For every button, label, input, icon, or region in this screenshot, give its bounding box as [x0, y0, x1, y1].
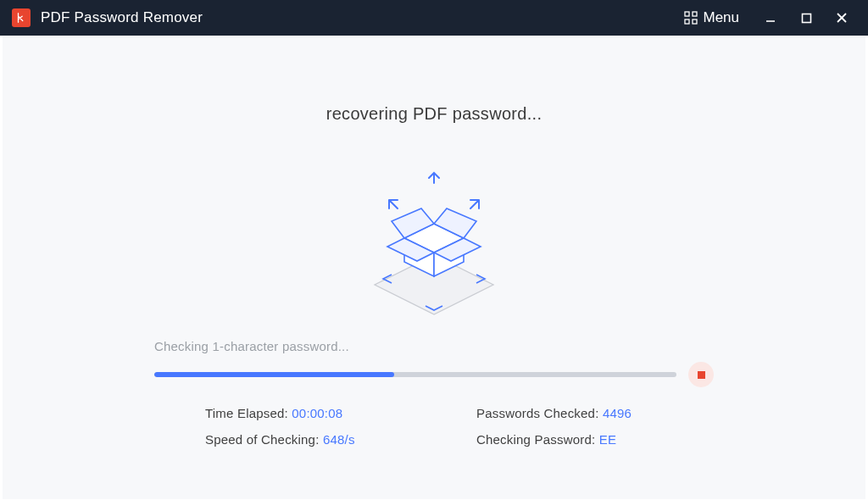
- page-title: recovering PDF password...: [326, 104, 542, 124]
- svg-rect-2: [685, 19, 689, 24]
- window-controls: [753, 0, 860, 36]
- minimize-button[interactable]: [753, 0, 788, 36]
- passwords-checked-value: 4496: [603, 406, 632, 420]
- speed-value: 648/s: [323, 432, 355, 447]
- close-icon: [836, 12, 848, 24]
- time-elapsed-label: Time Elapsed:: [205, 406, 292, 420]
- svg-rect-1: [693, 12, 697, 16]
- passwords-checked-label: Passwords Checked:: [476, 406, 603, 420]
- svg-rect-0: [685, 12, 689, 16]
- speed-label: Speed of Checking:: [205, 432, 323, 447]
- app-icon: [12, 8, 31, 27]
- svg-rect-5: [802, 14, 810, 22]
- menu-label: Menu: [703, 9, 739, 26]
- status-text: Checking 1-character password...: [154, 339, 714, 353]
- checking-password-label: Checking Password:: [476, 432, 599, 447]
- titlebar: PDF Password Remover Menu: [0, 0, 868, 36]
- passwords-checked-stat: Passwords Checked: 4496: [476, 406, 632, 420]
- time-elapsed-stat: Time Elapsed: 00:00:08: [205, 406, 476, 420]
- menu-grid-icon: [684, 11, 698, 25]
- progress-fill: [154, 372, 394, 377]
- time-elapsed-value: 00:00:08: [292, 406, 342, 420]
- content-area: recovering PDF password...: [2, 36, 866, 500]
- svg-rect-3: [693, 19, 697, 24]
- maximize-button[interactable]: [788, 0, 824, 36]
- checking-password-stat: Checking Password: EE: [476, 432, 632, 447]
- progress-section: Checking 1-character password... Time El…: [154, 339, 714, 447]
- stats-grid: Time Elapsed: 00:00:08 Speed of Checking…: [154, 406, 714, 447]
- progress-row: [154, 362, 714, 387]
- recovery-illustration: [345, 166, 523, 327]
- stop-button[interactable]: [688, 362, 714, 387]
- maximize-icon: [801, 13, 812, 24]
- app-title: PDF Password Remover: [41, 9, 677, 26]
- stop-icon: [698, 371, 705, 379]
- progress-bar: [154, 372, 676, 377]
- close-button[interactable]: [824, 0, 860, 36]
- minimize-icon: [765, 12, 776, 24]
- menu-button[interactable]: Menu: [677, 6, 746, 30]
- speed-stat: Speed of Checking: 648/s: [205, 432, 476, 447]
- checking-password-value: EE: [599, 432, 616, 447]
